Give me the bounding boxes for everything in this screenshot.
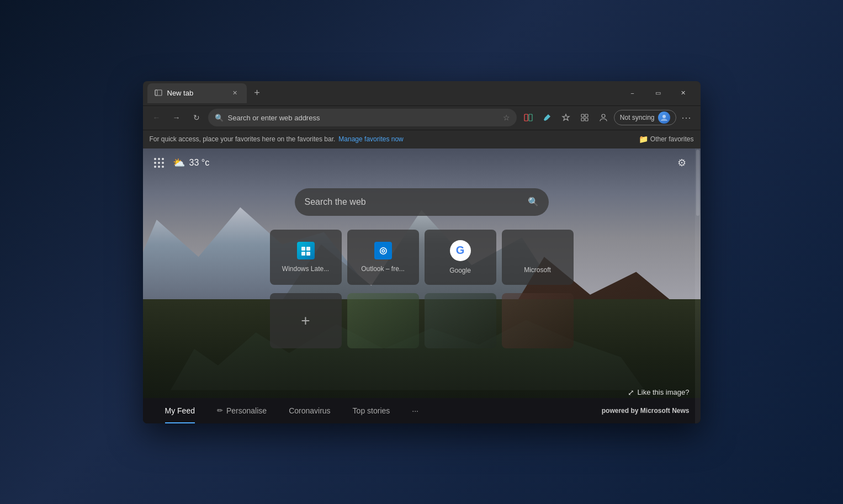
scrollbar[interactable] bbox=[695, 148, 701, 423]
nav-tab-top-stories[interactable]: Top stories bbox=[342, 398, 401, 423]
scrollbar-thumb[interactable] bbox=[696, 150, 699, 216]
shortcut-label: Microsoft bbox=[524, 266, 551, 274]
back-icon: ← bbox=[153, 113, 161, 122]
svg-rect-1 bbox=[155, 90, 157, 96]
powered-by: powered by Microsoft News bbox=[602, 407, 690, 415]
new-tab-button[interactable]: + bbox=[249, 85, 266, 102]
new-tab-content: ⛅ 33 °c ⚙ Search the web 🔍 bbox=[143, 148, 701, 423]
nav-tab-coronavirus[interactable]: Coronavirus bbox=[278, 398, 341, 423]
add-shortcut-button[interactable]: + bbox=[270, 293, 342, 348]
other-favorites[interactable]: 📁 Other favorites bbox=[639, 135, 694, 144]
empty-shortcut-1 bbox=[347, 293, 419, 348]
shortcut-label: Outlook – fre... bbox=[361, 265, 405, 273]
apps-menu-icon[interactable] bbox=[154, 158, 164, 168]
refresh-button[interactable]: ↻ bbox=[188, 109, 205, 126]
empty-shortcut-3 bbox=[502, 293, 574, 348]
svg-rect-11 bbox=[306, 247, 310, 251]
apps-dot bbox=[154, 162, 156, 164]
address-search-icon: 🔍 bbox=[215, 114, 224, 122]
nav-tab-more[interactable]: ··· bbox=[401, 398, 430, 423]
svg-rect-12 bbox=[301, 252, 305, 256]
svg-rect-2 bbox=[524, 114, 528, 121]
window-controls: − ▭ ✕ bbox=[620, 81, 696, 105]
apps-dot bbox=[154, 158, 156, 160]
forward-button[interactable]: → bbox=[168, 109, 185, 126]
collections-button[interactable] bbox=[576, 109, 593, 126]
svg-rect-4 bbox=[581, 114, 584, 117]
outlook-icon: ◎ bbox=[374, 242, 392, 259]
forward-icon: → bbox=[173, 113, 181, 122]
back-button[interactable]: ← bbox=[149, 109, 165, 126]
search-placeholder: Search the web bbox=[305, 197, 521, 207]
apps-dot bbox=[154, 166, 156, 168]
settings-gear-icon[interactable]: ⚙ bbox=[674, 155, 690, 171]
search-submit-icon[interactable]: 🔍 bbox=[528, 197, 539, 207]
sync-label: Not syncing bbox=[620, 114, 655, 121]
favorites-button[interactable] bbox=[558, 109, 574, 126]
svg-point-9 bbox=[662, 115, 666, 118]
address-bar[interactable]: 🔍 Search or enter web address ☆ bbox=[208, 109, 517, 126]
like-image-button[interactable]: ⤢ Like this image? bbox=[628, 388, 690, 397]
folder-icon: 📁 bbox=[639, 135, 648, 144]
edge-pen-button[interactable] bbox=[539, 109, 555, 126]
new-tab-top-bar: ⛅ 33 °c ⚙ bbox=[143, 148, 701, 177]
svg-rect-0 bbox=[155, 90, 162, 96]
more-options-button[interactable]: ··· bbox=[678, 109, 695, 126]
browser-window: New tab ✕ + − ▭ ✕ ← → ↻ 🔍 Search or ente… bbox=[143, 81, 701, 423]
weather-icon: ⛅ bbox=[173, 157, 185, 169]
tab-strip: New tab ✕ + bbox=[147, 81, 620, 105]
minimize-button[interactable]: − bbox=[620, 81, 645, 105]
toolbar-actions: Not syncing ··· bbox=[520, 109, 695, 126]
weather-temp: 33 °c bbox=[189, 158, 210, 168]
google-icon: G bbox=[450, 240, 471, 261]
svg-rect-7 bbox=[585, 118, 588, 121]
nav-tab-personalise[interactable]: ✏ Personalise bbox=[206, 398, 278, 423]
close-button[interactable]: ✕ bbox=[671, 81, 696, 105]
search-section: Search the web 🔍 bbox=[143, 177, 701, 221]
search-box[interactable]: Search the web 🔍 bbox=[295, 188, 549, 216]
nav-tab-my-feed-label: My Feed bbox=[165, 406, 195, 415]
empty-shortcut-2 bbox=[425, 293, 496, 348]
shortcut-tile-outlook[interactable]: ◎ Outlook – fre... bbox=[347, 230, 419, 285]
shortcut-tile-microsoft[interactable]: Microsoft bbox=[502, 230, 574, 285]
favorite-star-icon[interactable]: ☆ bbox=[503, 113, 510, 122]
nav-tab-coronavirus-label: Coronavirus bbox=[289, 406, 330, 415]
bottom-nav: My Feed ✏ Personalise Coronavirus Top st… bbox=[143, 398, 701, 423]
browser-tab[interactable]: New tab ✕ bbox=[147, 83, 247, 103]
svg-point-8 bbox=[602, 114, 605, 118]
maximize-button[interactable]: ▭ bbox=[645, 81, 671, 105]
powered-by-brand: Microsoft News bbox=[640, 407, 690, 415]
weather-widget[interactable]: ⛅ 33 °c bbox=[173, 157, 210, 169]
nav-tab-my-feed[interactable]: My Feed bbox=[154, 398, 206, 423]
other-favorites-label: Other favorites bbox=[650, 135, 694, 143]
sync-button[interactable]: Not syncing bbox=[614, 110, 676, 125]
content-overlay: ⛅ 33 °c ⚙ Search the web 🔍 bbox=[143, 148, 701, 423]
like-image-label: Like this image? bbox=[638, 388, 690, 396]
nav-tab-top-stories-label: Top stories bbox=[353, 406, 390, 415]
refresh-icon: ↻ bbox=[193, 113, 200, 122]
svg-rect-10 bbox=[301, 247, 305, 251]
apps-dot bbox=[158, 166, 160, 168]
apps-dot bbox=[162, 166, 164, 168]
windows-latest-icon bbox=[297, 242, 315, 259]
svg-rect-3 bbox=[529, 114, 532, 121]
microsoft-icon bbox=[528, 241, 548, 261]
shortcut-tile-google[interactable]: G Google bbox=[425, 230, 496, 285]
apps-dot bbox=[158, 162, 160, 164]
manage-favorites-link[interactable]: Manage favorites now bbox=[338, 135, 403, 143]
tab-close-button[interactable]: ✕ bbox=[230, 88, 240, 98]
svg-rect-5 bbox=[585, 114, 588, 117]
favorites-bar-message: For quick access, place your favorites h… bbox=[150, 135, 336, 143]
shortcut-tile-windows-latest[interactable]: Windows Late... bbox=[270, 230, 342, 285]
address-text: Search or enter web address bbox=[228, 114, 499, 122]
expand-icon: ⤢ bbox=[628, 388, 634, 397]
split-screen-button[interactable] bbox=[520, 109, 537, 126]
title-bar: New tab ✕ + − ▭ ✕ bbox=[143, 81, 701, 105]
svg-rect-13 bbox=[306, 252, 310, 256]
tab-page-icon bbox=[154, 89, 163, 98]
nav-tab-personalise-label: Personalise bbox=[226, 406, 267, 415]
profile-avatar bbox=[658, 112, 670, 124]
shortcut-label: Windows Late... bbox=[282, 265, 329, 273]
shortcut-label: Google bbox=[449, 267, 471, 274]
profile-button[interactable] bbox=[595, 109, 612, 126]
